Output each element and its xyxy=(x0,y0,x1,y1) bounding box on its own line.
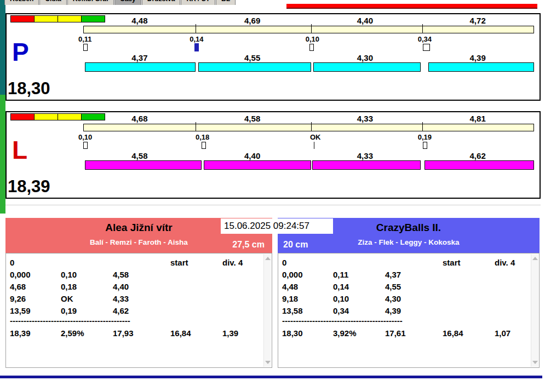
changeover-time: 0,11 xyxy=(78,35,92,43)
cell: 4,68 xyxy=(10,281,61,293)
tab-casy[interactable]: Časy xyxy=(114,0,141,5)
table-row: 13,580,344,39 xyxy=(282,305,528,317)
cell: 1,39 xyxy=(222,327,261,339)
tab-kombi-graf[interactable]: Kombi Graf xyxy=(67,0,114,5)
cell xyxy=(443,305,495,317)
table-row: 4,680,184,40 xyxy=(10,281,261,293)
cell xyxy=(495,269,528,281)
split-times-row: 4,68 4,58 4,33 4,81 xyxy=(83,114,534,123)
cell: OK xyxy=(61,293,113,305)
tab-cidla[interactable]: Čidla xyxy=(39,0,66,5)
cell: 4,58 xyxy=(113,269,170,281)
cell: start xyxy=(443,257,495,269)
results-rows: 0startdiv. 4 0,0000,114,37 4,480,144,55 … xyxy=(282,257,528,339)
sensor-markers xyxy=(83,44,534,53)
split-time: 4,40 xyxy=(357,16,373,25)
scale-divider xyxy=(196,24,196,33)
cell: 4,55 xyxy=(385,281,443,293)
scale-divider xyxy=(311,24,312,33)
cell: div. 4 xyxy=(222,257,261,269)
cell xyxy=(495,305,528,317)
cell: 0,10 xyxy=(333,293,385,305)
cell: 4,40 xyxy=(113,281,170,293)
light-red-icon xyxy=(10,15,35,22)
tab-rozbeh[interactable]: Rozběh xyxy=(4,0,39,5)
cell xyxy=(443,269,495,281)
dog-time: 4,37 xyxy=(131,53,147,62)
tab-druzstva[interactable]: Družstva xyxy=(142,0,181,5)
window-bottom-frame xyxy=(0,376,542,378)
dog-run-bar xyxy=(85,160,201,170)
dog-time: 4,58 xyxy=(131,151,147,160)
team-results-left: 0startdiv. 4 0,0000,104,58 4,680,184,40 … xyxy=(5,253,272,368)
table-row: 4,480,144,55 xyxy=(282,281,528,293)
scale-bar xyxy=(83,26,534,33)
sensor-marker-filled-icon xyxy=(194,43,199,51)
left-edge-teal-strip xyxy=(0,0,5,95)
cell: 4,48 xyxy=(282,281,333,293)
dog-time: 4,30 xyxy=(357,53,373,62)
cell: 0,34 xyxy=(333,305,385,317)
split-times-row: 4,48 4,69 4,40 4,72 xyxy=(83,16,534,25)
cell xyxy=(222,269,261,281)
dog-run-bar xyxy=(313,62,421,72)
dog-run-bars xyxy=(83,160,534,170)
scroll-down-icon[interactable] xyxy=(532,361,538,364)
changeover-time: 0,10 xyxy=(306,35,319,43)
lane-total-time: 18,30 xyxy=(8,80,50,97)
table-row: 9,26OK4,33 xyxy=(10,293,261,305)
sensor-marker-icon xyxy=(423,142,427,149)
sensor-marker-icon xyxy=(83,44,88,51)
lane-letter: P xyxy=(12,39,29,65)
sensor-tick-icon xyxy=(314,142,314,149)
scale-divider xyxy=(422,24,423,33)
dog-run-bars xyxy=(83,62,534,72)
dog-times-row: 4,58 4,40 4,33 4,62 xyxy=(83,151,534,160)
cell xyxy=(333,257,385,269)
cell: 13,59 xyxy=(10,305,61,317)
cell: 0,14 xyxy=(333,281,385,293)
sensor-marker-icon xyxy=(83,142,88,149)
scroll-up-icon[interactable] xyxy=(532,257,538,260)
jump-height: 27,5 cm xyxy=(232,240,265,250)
cell xyxy=(170,293,222,305)
table-total-row: 18,303,92%17,6116,841,07 xyxy=(282,327,528,339)
split-time: 4,72 xyxy=(470,16,486,25)
light-red-icon xyxy=(10,113,35,120)
cell: 0,000 xyxy=(282,269,333,281)
cell: 0,19 xyxy=(61,305,113,317)
sensor-marker-icon xyxy=(309,44,314,51)
table-header-row: 0startdiv. 4 xyxy=(10,257,261,269)
cell xyxy=(443,281,495,293)
scroll-up-icon[interactable] xyxy=(265,257,271,260)
scrollbar[interactable] xyxy=(531,254,538,367)
cell: 0 xyxy=(282,257,333,269)
scroll-down-icon[interactable] xyxy=(265,361,271,364)
cell xyxy=(443,293,495,305)
cell xyxy=(61,257,113,269)
changeover-time: 0,34 xyxy=(418,35,432,43)
dog-run-bar xyxy=(424,160,534,170)
cell: 4,30 xyxy=(385,293,443,305)
flyball-timing-app: RozběhČidlaKombi GrafČasyDružstvaKR / ST… xyxy=(0,0,545,392)
tab-kr-st[interactable]: KR / ST xyxy=(181,0,215,5)
cell: 0,10 xyxy=(61,269,113,281)
changeover-time: 0,10 xyxy=(78,133,92,141)
cell xyxy=(170,269,222,281)
cell: 17,93 xyxy=(113,327,170,339)
cell: 16,84 xyxy=(170,327,222,339)
light-yellow2-icon xyxy=(58,113,82,120)
team-dogs: Ziza - Flek - Leggy - Kokoska xyxy=(278,234,540,246)
timeline-track: 4,68 4,58 4,33 4,81 0,10 0,18 OK 0,19 xyxy=(83,112,534,198)
tab-bl[interactable]: BL xyxy=(216,0,236,5)
dog-run-bar xyxy=(428,62,534,72)
cell: 13,58 xyxy=(282,305,333,317)
split-time: 4,69 xyxy=(244,16,260,25)
cell: 1,07 xyxy=(495,327,528,339)
cell: 3,92% xyxy=(333,327,385,339)
scale-bar xyxy=(83,124,534,131)
dog-time: 4,39 xyxy=(470,53,486,62)
scrollbar[interactable] xyxy=(263,254,271,367)
cell: 9,26 xyxy=(10,293,61,305)
cell: 9,18 xyxy=(282,293,333,305)
